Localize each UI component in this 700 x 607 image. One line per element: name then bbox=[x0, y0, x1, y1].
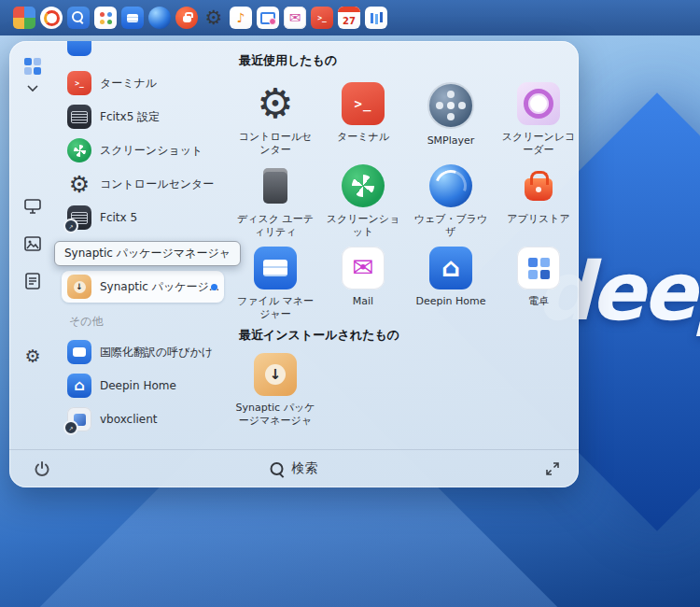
grid-app-screenshot[interactable]: スクリーンショット bbox=[319, 161, 407, 243]
app-label: Mail bbox=[353, 295, 373, 308]
grid-app-control-center[interactable]: コントロールセンター bbox=[231, 78, 319, 161]
app-label: Synaptic パッケージマネージャ bbox=[235, 402, 315, 429]
grid-app-smplayer[interactable]: SMPlayer bbox=[407, 78, 495, 161]
grid-app-mail[interactable]: Mail bbox=[319, 243, 407, 325]
app-label: スクリーンショット bbox=[100, 143, 203, 159]
manual-icon[interactable] bbox=[94, 7, 117, 29]
shortcut-badge bbox=[63, 219, 78, 233]
app-list-item-synaptic[interactable]: Synaptic パッケージ... bbox=[62, 271, 224, 303]
grid-app-calculator[interactable]: 電卓 bbox=[495, 243, 579, 325]
grid-app-terminal[interactable]: ターミナル bbox=[319, 78, 407, 161]
terminal-icon bbox=[67, 71, 91, 95]
app-label: ウェブ・ブラウザ bbox=[411, 213, 491, 240]
screenshot-icon bbox=[342, 164, 385, 207]
app-label: Synaptic パッケージ... bbox=[100, 279, 218, 295]
app-label: コントロールセンター bbox=[235, 131, 315, 158]
section-title-recent-used: 最近使用したもの bbox=[239, 52, 337, 69]
mail-icon bbox=[342, 247, 385, 289]
grid-app-screen-recorder[interactable]: スクリーンレコーダー bbox=[495, 78, 579, 161]
web-browser-icon[interactable] bbox=[148, 7, 171, 29]
fullscreen-toggle[interactable] bbox=[545, 461, 560, 476]
i18n-icon bbox=[67, 340, 91, 364]
grid-app-synaptic[interactable]: Synaptic パッケージマネージャ bbox=[231, 349, 319, 431]
screenshot-icon bbox=[67, 138, 91, 162]
grid-app-deepin-home[interactable]: Deepin Home bbox=[407, 243, 495, 325]
app-label: コントロールセンター bbox=[100, 176, 214, 192]
system-monitor-icon[interactable] bbox=[365, 7, 387, 29]
app-label: ファイル マネージャー bbox=[235, 295, 315, 322]
grid-app-app-store[interactable]: アプリストア bbox=[495, 161, 579, 243]
app-label: アプリストア bbox=[507, 213, 570, 226]
app-list-item-fcitx5-config[interactable]: Fcitx5 設定 bbox=[62, 101, 224, 133]
app-list-item-terminal[interactable]: ターミナル bbox=[62, 67, 224, 99]
screen-recorder-icon bbox=[517, 82, 560, 125]
vbox-icon bbox=[67, 407, 91, 431]
recent-installed-grid: Synaptic パッケージマネージャ bbox=[231, 349, 579, 431]
app-list-item-screenshot[interactable]: スクリーンショット bbox=[62, 134, 224, 166]
app-label: SMPlayer bbox=[427, 134, 475, 148]
app-label: Fcitx 5 bbox=[100, 211, 137, 224]
category-graphics-icon[interactable] bbox=[22, 233, 43, 254]
category-display-icon[interactable] bbox=[22, 196, 43, 217]
terminal-icon[interactable] bbox=[311, 7, 333, 29]
file-manager-icon bbox=[254, 247, 297, 289]
synaptic-icon bbox=[254, 353, 297, 396]
app-label: Deepin Home bbox=[416, 295, 486, 308]
disk-utility-icon bbox=[254, 164, 297, 207]
grid-app-file-manager[interactable]: ファイル マネージャー bbox=[231, 243, 319, 325]
file-manager-icon[interactable] bbox=[121, 7, 144, 29]
app-store-icon bbox=[517, 164, 560, 207]
terminal-icon bbox=[342, 82, 385, 125]
app-store-icon[interactable] bbox=[175, 7, 198, 29]
keyboard-icon bbox=[67, 105, 91, 129]
app-label: スクリーンショット bbox=[323, 213, 403, 240]
launcher-icon[interactable] bbox=[13, 7, 35, 29]
app-label: Deepin Home bbox=[100, 379, 176, 392]
app-list-item-control-center[interactable]: コントロールセンター bbox=[62, 168, 224, 200]
calculator-icon bbox=[517, 247, 560, 289]
app-list-item-vboxclient[interactable]: vboxclient bbox=[62, 403, 224, 435]
app-label: ターミナル bbox=[100, 76, 157, 92]
app-list-item-partial[interactable] bbox=[62, 41, 220, 58]
calendar-icon[interactable]: 27 bbox=[338, 7, 360, 29]
music-icon[interactable] bbox=[230, 7, 252, 29]
search-icon bbox=[271, 462, 284, 475]
shortcut-badge bbox=[63, 420, 78, 435]
app-list-item-i18n[interactable]: 国際化翻訳の呼びかけ bbox=[62, 336, 224, 368]
launcher-bottom-bar: 検索 bbox=[9, 449, 579, 487]
control-center-icon bbox=[67, 172, 91, 196]
all-apps-icon[interactable] bbox=[22, 56, 43, 77]
search-field[interactable]: 検索 bbox=[271, 460, 318, 477]
app-label: vboxclient bbox=[100, 413, 158, 426]
app-label: 国際化翻訳の呼びかけ bbox=[100, 345, 213, 360]
grid-app-disk-utility[interactable]: ディスク ユーティリティ bbox=[231, 161, 319, 243]
category-documents-icon[interactable] bbox=[22, 271, 43, 291]
category-system-icon[interactable]: ⚙ bbox=[22, 346, 43, 366]
web-browser-icon bbox=[429, 164, 472, 207]
category-rail: ⚙ bbox=[9, 41, 56, 450]
deepin-home-icon bbox=[67, 374, 91, 398]
desktop: deep 27 bbox=[0, 0, 700, 607]
app-label: ディスク ユーティリティ bbox=[235, 213, 315, 240]
app-list-item-fcitx5[interactable]: Fcitx 5 bbox=[62, 202, 224, 233]
grid-app-web-browser[interactable]: ウェブ・ブラウザ bbox=[407, 161, 495, 243]
calendar-day: 27 bbox=[338, 12, 360, 29]
partial-app-icon bbox=[67, 41, 91, 56]
power-button[interactable] bbox=[34, 460, 50, 477]
chevron-down-icon[interactable] bbox=[22, 78, 43, 99]
screen-capture-icon[interactable] bbox=[257, 7, 279, 29]
deepin-home-icon bbox=[429, 247, 472, 289]
uos-icon[interactable] bbox=[40, 7, 63, 29]
taskbar: 27 bbox=[0, 0, 700, 35]
control-center-icon[interactable] bbox=[203, 7, 225, 29]
mail-icon[interactable] bbox=[284, 7, 306, 29]
smplayer-icon bbox=[427, 82, 474, 129]
search-icon[interactable] bbox=[67, 7, 90, 29]
section-others: その他 bbox=[69, 314, 104, 330]
app-label: ターミナル bbox=[337, 131, 389, 144]
control-center-icon bbox=[254, 82, 297, 125]
app-label: 電卓 bbox=[528, 295, 549, 308]
launcher-panel: ⚙ ターミナル Fcitx5 設定 スクリーンショット コントロールセンタ bbox=[9, 41, 579, 487]
running-indicator bbox=[211, 284, 217, 290]
app-list-item-deepin-home[interactable]: Deepin Home bbox=[62, 370, 224, 402]
